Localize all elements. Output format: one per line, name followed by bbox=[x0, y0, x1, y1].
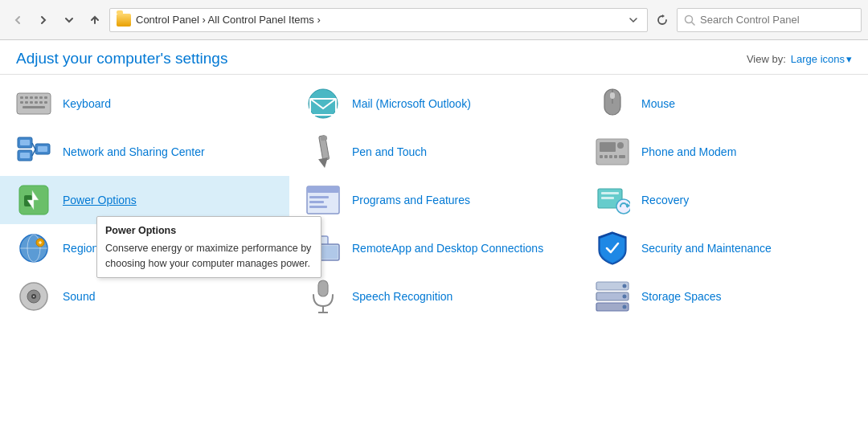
up-button[interactable] bbox=[84, 9, 106, 31]
control-item[interactable]: Mouse bbox=[579, 80, 868, 128]
main-content: Adjust your computer's settings View by:… bbox=[0, 40, 868, 433]
storage-spaces-icon bbox=[595, 279, 630, 314]
svg-rect-66 bbox=[601, 197, 614, 199]
control-item[interactable]: Security and Maintenance bbox=[579, 224, 868, 272]
svg-rect-22 bbox=[20, 153, 30, 158]
svg-rect-43 bbox=[309, 201, 324, 203]
control-item[interactable]: Keyboard bbox=[0, 80, 289, 128]
network-sharing-icon bbox=[16, 134, 51, 170]
svg-rect-11 bbox=[30, 101, 33, 104]
svg-rect-7 bbox=[39, 96, 43, 99]
svg-rect-61 bbox=[619, 155, 625, 158]
svg-rect-14 bbox=[44, 101, 47, 104]
remote-app-label: RemoteApp and Desktop Connections bbox=[352, 241, 543, 255]
svg-rect-13 bbox=[39, 101, 43, 104]
mail-label: Mail (Microsoft Outlook) bbox=[352, 96, 471, 111]
folder-icon bbox=[117, 14, 131, 27]
svg-point-34 bbox=[33, 296, 35, 297]
svg-line-20 bbox=[32, 149, 35, 156]
svg-rect-47 bbox=[320, 246, 338, 259]
content-header: Adjust your computer's settings View by:… bbox=[0, 40, 868, 75]
control-item[interactable]: Mail (Microsoft Outlook) bbox=[289, 80, 579, 128]
speech-recognition-label: Speech Recognition bbox=[352, 289, 452, 304]
svg-rect-42 bbox=[309, 196, 329, 198]
svg-rect-53 bbox=[610, 92, 615, 99]
mouse-label: Mouse bbox=[641, 96, 675, 111]
pen-touch-icon bbox=[305, 134, 341, 170]
svg-rect-4 bbox=[25, 96, 28, 99]
svg-rect-10 bbox=[25, 101, 28, 104]
control-item[interactable]: Programs and Features bbox=[289, 176, 579, 224]
network-sharing-label: Network and Sharing Center bbox=[63, 145, 205, 159]
keyboard-label: Keyboard bbox=[63, 96, 111, 111]
recent-locations-button[interactable] bbox=[58, 9, 80, 31]
svg-point-71 bbox=[623, 295, 627, 299]
svg-point-35 bbox=[309, 89, 338, 118]
pen-touch-label: Pen and Touch bbox=[352, 145, 427, 159]
keyboard-icon bbox=[16, 86, 51, 121]
power-options-item[interactable]: Power Options Power Options Conserve ene… bbox=[0, 176, 289, 224]
phone-modem-label: Phone and Modem bbox=[641, 145, 736, 159]
control-item[interactable]: Network and Sharing Center bbox=[0, 128, 289, 176]
forward-button[interactable] bbox=[32, 9, 55, 31]
sound-icon bbox=[16, 279, 51, 314]
svg-rect-8 bbox=[44, 96, 47, 99]
recovery-label: Recovery bbox=[641, 193, 689, 207]
search-box[interactable] bbox=[677, 8, 862, 32]
svg-rect-3 bbox=[20, 96, 23, 99]
control-item[interactable]: Speech Recognition bbox=[289, 272, 579, 321]
view-by-value[interactable]: Large icons ▾ bbox=[791, 53, 852, 65]
sound-label: Sound bbox=[63, 289, 95, 304]
svg-point-70 bbox=[623, 284, 627, 288]
svg-rect-12 bbox=[35, 101, 38, 104]
back-button[interactable] bbox=[6, 9, 29, 31]
control-item[interactable]: Phone and Modem bbox=[579, 128, 868, 176]
control-item[interactable]: Pen and Touch bbox=[289, 128, 579, 176]
control-item[interactable]: Storage Spaces bbox=[579, 272, 868, 321]
recovery-icon bbox=[595, 182, 630, 218]
control-item[interactable]: Sound bbox=[0, 272, 289, 321]
view-by-label: View by: bbox=[747, 53, 786, 65]
address-field[interactable]: Control Panel › All Control Panel Items … bbox=[109, 8, 648, 32]
speech-recognition-icon bbox=[305, 279, 341, 314]
address-bar: Control Panel › All Control Panel Items … bbox=[0, 0, 868, 40]
svg-rect-41 bbox=[307, 186, 339, 193]
address-dropdown-button[interactable] bbox=[626, 15, 641, 25]
remote-app-icon bbox=[305, 231, 341, 266]
control-item[interactable]: RemoteApp and Desktop Connections bbox=[289, 224, 579, 272]
svg-rect-23 bbox=[38, 146, 47, 152]
search-input[interactable] bbox=[700, 14, 854, 26]
phone-modem-icon bbox=[595, 134, 630, 170]
control-item[interactable]: Region bbox=[0, 224, 289, 272]
mail-icon bbox=[305, 86, 341, 121]
svg-rect-59 bbox=[609, 155, 612, 158]
svg-rect-65 bbox=[601, 192, 619, 194]
svg-rect-21 bbox=[20, 140, 30, 145]
svg-rect-15 bbox=[23, 106, 45, 108]
svg-rect-55 bbox=[600, 142, 616, 152]
svg-rect-6 bbox=[35, 96, 38, 99]
svg-rect-44 bbox=[309, 206, 327, 208]
page-title: Adjust your computer's settings bbox=[16, 50, 227, 67]
control-item[interactable]: Recovery bbox=[579, 176, 868, 224]
svg-rect-9 bbox=[20, 101, 23, 104]
svg-point-72 bbox=[623, 305, 627, 309]
region-label: Region bbox=[63, 241, 98, 255]
refresh-button[interactable] bbox=[651, 9, 674, 31]
mouse-icon bbox=[595, 86, 630, 121]
svg-rect-57 bbox=[600, 155, 603, 158]
programs-features-icon bbox=[305, 182, 341, 218]
search-icon bbox=[684, 14, 695, 26]
power-options-label: Power Options bbox=[63, 193, 137, 207]
svg-rect-60 bbox=[614, 155, 617, 158]
svg-line-19 bbox=[32, 143, 35, 149]
svg-rect-58 bbox=[604, 155, 608, 158]
svg-line-1 bbox=[692, 22, 695, 25]
svg-point-56 bbox=[617, 142, 624, 149]
power-options-icon bbox=[16, 182, 51, 218]
storage-spaces-label: Storage Spaces bbox=[641, 289, 722, 304]
breadcrumb: Control Panel › All Control Panel Items … bbox=[136, 14, 321, 26]
svg-rect-48 bbox=[318, 280, 328, 296]
region-icon bbox=[16, 231, 51, 266]
security-icon bbox=[595, 231, 630, 266]
